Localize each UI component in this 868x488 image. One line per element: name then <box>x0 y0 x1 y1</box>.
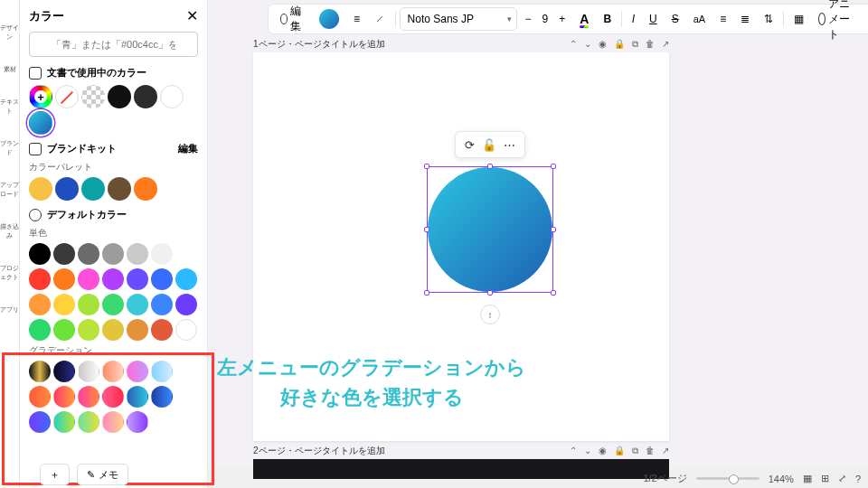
solid-swatch[interactable] <box>151 268 173 290</box>
gradient-swatch[interactable] <box>151 386 173 408</box>
chevron-down-icon[interactable]: ⌄ <box>584 446 591 456</box>
solid-swatch[interactable] <box>175 294 197 315</box>
solid-swatch[interactable] <box>127 268 148 290</box>
gradient-swatch[interactable] <box>53 411 75 433</box>
gradient-swatch[interactable] <box>102 386 124 408</box>
underline-button[interactable]: U <box>643 7 664 31</box>
hide-icon[interactable]: ◉ <box>599 446 607 456</box>
gradient-swatch[interactable] <box>127 361 148 382</box>
animate-button[interactable]: アニメート <box>812 7 862 31</box>
solid-swatch[interactable] <box>127 243 148 265</box>
lock-icon[interactable]: 🔒 <box>614 39 625 50</box>
solid-swatch[interactable] <box>102 294 124 315</box>
solid-swatch[interactable] <box>102 243 124 265</box>
rail-item[interactable]: ブランド <box>0 139 19 157</box>
font-minus[interactable]: − <box>519 7 538 31</box>
rail-item[interactable]: アップロード <box>0 181 19 199</box>
solid-swatch[interactable] <box>127 294 148 315</box>
solid-swatch[interactable] <box>151 294 173 315</box>
gradient-swatch[interactable] <box>78 361 99 382</box>
rail-item[interactable]: 素材 <box>0 65 19 74</box>
gradient-swatch[interactable] <box>78 386 99 408</box>
solid-swatch[interactable] <box>29 243 51 265</box>
list-button[interactable]: ≣ <box>734 7 756 31</box>
font-size[interactable]: 9 <box>540 13 552 25</box>
add-page-button[interactable]: ＋ <box>40 464 70 485</box>
case-button[interactable]: aA <box>687 7 712 31</box>
fill-color-button[interactable] <box>313 7 345 31</box>
share-icon[interactable]: ↗ <box>662 446 669 456</box>
gradient-swatch[interactable] <box>29 361 51 382</box>
page-2[interactable] <box>253 459 669 479</box>
color-swatch[interactable] <box>134 85 157 108</box>
notes-button[interactable]: ✎ メモ <box>77 464 128 485</box>
hide-icon[interactable]: ◉ <box>599 39 607 50</box>
gradient-swatch[interactable] <box>53 361 75 382</box>
solid-swatch[interactable] <box>151 243 173 265</box>
palette-swatch[interactable] <box>108 177 131 201</box>
font-plus[interactable]: + <box>552 7 571 31</box>
help-icon[interactable]: ? <box>855 474 861 484</box>
rail-item[interactable]: プロジェクト <box>0 264 19 282</box>
brand-edit-link[interactable]: 編集 <box>178 142 198 155</box>
solid-swatch[interactable] <box>53 294 75 315</box>
color-swatch[interactable] <box>108 85 131 108</box>
font-select[interactable]: Noto Sans JP <box>400 7 517 31</box>
solid-swatch[interactable] <box>175 243 197 265</box>
fullscreen-icon[interactable]: ⤢ <box>838 473 846 484</box>
gradient-swatch[interactable] <box>102 361 124 382</box>
gradient-swatch[interactable] <box>53 386 75 408</box>
chevron-down-icon[interactable]: ⌄ <box>584 39 591 50</box>
close-icon[interactable]: ✕ <box>186 7 198 24</box>
more-icon[interactable]: ⋯ <box>504 138 515 152</box>
lock-icon[interactable]: 🔓 <box>482 138 496 152</box>
solid-swatch[interactable] <box>29 268 51 290</box>
text-color-button[interactable]: A <box>573 7 595 31</box>
gradient-swatch[interactable] <box>78 411 99 433</box>
grid-view-icon[interactable]: ▦ <box>803 473 812 484</box>
solid-swatch[interactable] <box>127 319 148 341</box>
rail-item[interactable]: アプリ <box>0 305 19 314</box>
solid-swatch[interactable] <box>102 268 124 290</box>
solid-swatch[interactable] <box>102 319 124 341</box>
duplicate-icon[interactable]: ⧉ <box>632 446 638 456</box>
italic-button[interactable]: I <box>626 7 641 31</box>
share-icon[interactable]: ↗ <box>662 39 669 50</box>
gradient-swatch[interactable] <box>102 411 124 433</box>
solid-swatch[interactable] <box>151 319 173 341</box>
solid-swatch[interactable] <box>29 319 51 341</box>
color-swatch[interactable] <box>81 85 105 108</box>
palette-swatch[interactable] <box>134 177 157 201</box>
solid-swatch[interactable] <box>175 268 197 290</box>
color-swatch[interactable] <box>160 85 184 108</box>
transparency-button[interactable]: ▦ <box>788 7 810 31</box>
rail-item[interactable]: デザイン <box>0 23 19 42</box>
thumbnail-icon[interactable]: ⊞ <box>821 473 829 484</box>
line-button[interactable]: ⟋ <box>368 7 392 31</box>
position-button[interactable]: 配置 <box>863 7 868 31</box>
strike-button[interactable]: S <box>665 7 685 31</box>
solid-swatch[interactable] <box>53 243 75 265</box>
palette-swatch[interactable] <box>29 177 52 201</box>
bold-button[interactable]: B <box>597 7 618 31</box>
rotate-icon[interactable]: ⟳ <box>465 138 475 152</box>
page-counter[interactable]: 1/2ページ <box>643 472 686 485</box>
gradient-circle-shape[interactable] <box>428 167 552 292</box>
gradient-swatch[interactable] <box>29 386 51 408</box>
rail-item[interactable]: 描き込み <box>0 222 19 240</box>
color-search-input[interactable] <box>29 32 198 57</box>
page-title-1[interactable]: 1ページ・ページタイトルを追加 <box>253 38 385 51</box>
rail-item[interactable]: テキスト <box>0 98 19 116</box>
trash-icon[interactable]: 🗑 <box>646 39 655 50</box>
chevron-up-icon[interactable]: ⌃ <box>570 446 577 456</box>
trash-icon[interactable]: 🗑 <box>646 446 655 456</box>
gradient-swatch[interactable] <box>151 361 173 382</box>
color-swatch[interactable] <box>29 111 52 135</box>
palette-swatch[interactable] <box>55 177 79 201</box>
solid-swatch[interactable] <box>175 319 197 341</box>
add-page-below-icon[interactable]: ↕ <box>480 305 500 324</box>
gradient-swatch[interactable] <box>127 411 148 433</box>
selection-box[interactable]: ⟳ 🔓 ⋯ ↕ <box>427 166 553 293</box>
chevron-up-icon[interactable]: ⌃ <box>570 39 577 50</box>
page-title-2[interactable]: 2ページ・ページタイトルを追加 <box>253 445 385 457</box>
